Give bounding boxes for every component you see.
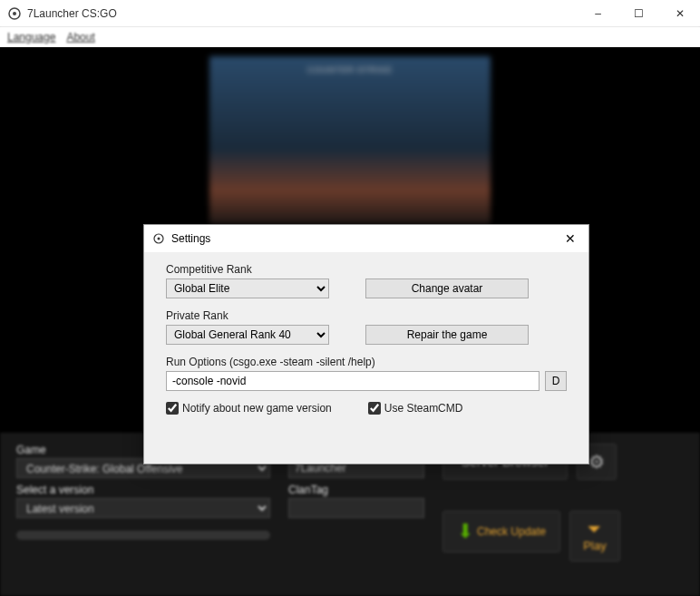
- version-select[interactable]: Latest version: [16, 498, 270, 518]
- notify-checkbox-wrap[interactable]: Notify about new game version: [166, 402, 332, 415]
- svg-point-3: [158, 238, 160, 240]
- competitive-rank-select[interactable]: Global Elite: [166, 278, 329, 298]
- menu-about[interactable]: About: [66, 31, 94, 44]
- dialog-close-button[interactable]: ✕: [559, 228, 581, 249]
- steamcmd-checkbox-wrap[interactable]: Use SteamCMD: [368, 402, 463, 415]
- change-avatar-button[interactable]: Change avatar: [365, 278, 529, 298]
- gear-icon: ⚙: [588, 451, 605, 473]
- menu-language[interactable]: Language: [7, 31, 55, 44]
- play-button[interactable]: ⏷ Play: [569, 511, 620, 562]
- repair-game-button[interactable]: Repair the game: [365, 325, 529, 345]
- notify-label: Notify about new game version: [182, 402, 332, 415]
- window-title: 7Launcher CS:GO: [27, 7, 578, 20]
- steamcmd-label: Use SteamCMD: [384, 402, 463, 415]
- dialog-title: Settings: [171, 232, 559, 245]
- dialog-titlebar: Settings ✕: [144, 225, 588, 252]
- window-titlebar: 7Launcher CS:GO – ☐ ✕: [0, 0, 700, 27]
- steamcmd-checkbox[interactable]: [368, 402, 381, 415]
- check-update-button[interactable]: ⬇ Check Update: [442, 511, 560, 552]
- competitive-rank-label: Competitive Rank: [166, 263, 329, 276]
- download-icon: ⬇: [457, 520, 473, 543]
- maximize-button[interactable]: ☐: [618, 0, 659, 27]
- svg-point-1: [13, 12, 16, 15]
- run-options-label: Run Options (csgo.exe -steam -silent /he…: [166, 356, 375, 368]
- close-window-button[interactable]: ✕: [659, 0, 700, 27]
- menubar: Language About: [0, 27, 700, 47]
- progress-bar: [16, 531, 270, 540]
- version-label: Select a version: [16, 484, 270, 496]
- app-icon: [7, 6, 22, 21]
- private-rank-select[interactable]: Global General Rank 40: [166, 325, 329, 345]
- notify-checkbox[interactable]: [166, 402, 179, 415]
- run-options-input[interactable]: [166, 371, 540, 391]
- clantag-input[interactable]: [288, 498, 424, 518]
- play-icon: ⏷: [587, 520, 603, 539]
- content-area: COUNTER·STRIKE Game Counter-Strike: Glob…: [0, 47, 700, 596]
- minimize-button[interactable]: –: [578, 0, 618, 27]
- private-rank-label: Private Rank: [166, 309, 329, 322]
- clantag-label: ClanTag: [288, 484, 424, 496]
- settings-dialog: Settings ✕ Competitive Rank Global Elite…: [143, 224, 589, 464]
- run-options-default-button[interactable]: D: [545, 371, 567, 391]
- settings-dialog-icon: [151, 231, 166, 246]
- game-artwork: COUNTER·STRIKE: [209, 56, 491, 224]
- game-logo-text: COUNTER·STRIKE: [307, 65, 393, 74]
